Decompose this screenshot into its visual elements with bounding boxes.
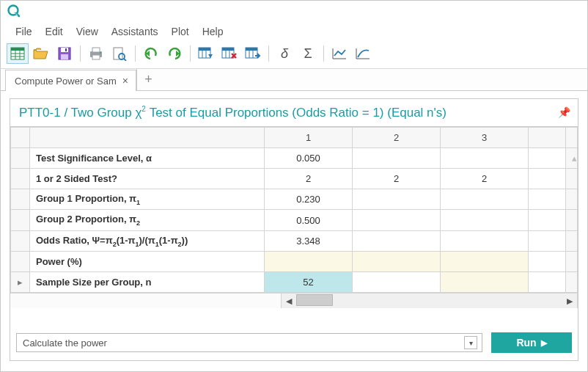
toolbar-separator (268, 45, 269, 62)
grid-cell[interactable]: 2 (353, 168, 441, 189)
section-frame: PTT0-1 / Two Group χ2 Test of Equal Prop… (10, 98, 578, 361)
row-indicator: ▸ (11, 272, 30, 293)
grid-cell[interactable] (441, 252, 529, 272)
menu-file[interactable]: File (10, 24, 38, 39)
grid-cell[interactable] (441, 230, 529, 252)
row-indicator (11, 168, 30, 189)
grid-cell[interactable] (353, 147, 441, 168)
table-row: 1 or 2 Sided Test?222 (11, 168, 578, 189)
menubar: File Edit View Assistants Plot Help (1, 21, 587, 40)
toolbar-separator (323, 45, 324, 62)
toolbar-redo-icon[interactable] (163, 43, 185, 64)
menu-plot[interactable]: Plot (166, 24, 195, 39)
row-label: Sample Size per Group, n (30, 272, 265, 293)
toolbar-sigma-icon[interactable]: Σ (297, 43, 319, 64)
svg-rect-8 (61, 48, 68, 52)
titlebar (1, 1, 587, 21)
toolbar-chart1-icon[interactable] (328, 43, 350, 64)
grid-cell[interactable] (353, 210, 441, 231)
toolbar-open-icon[interactable] (30, 43, 52, 64)
svg-rect-13 (92, 55, 100, 59)
close-icon[interactable]: × (122, 75, 128, 87)
chevron-down-icon[interactable]: ▾ (464, 336, 477, 349)
grid-cell[interactable] (353, 272, 441, 293)
grid-cell[interactable] (441, 189, 529, 210)
scroll-up-icon[interactable]: ▴ (566, 147, 578, 168)
menu-edit[interactable]: Edit (40, 24, 69, 39)
row-indicator (11, 252, 30, 272)
table-row: Odds Ratio, Ψ=π2(1-π1)/(π1(1-π2))3.348 (11, 230, 578, 252)
svg-rect-9 (61, 54, 68, 59)
toolbar-delta-icon[interactable]: δ (273, 43, 295, 64)
section-title: PTT0-1 / Two Group χ2 Test of Equal Prop… (19, 105, 446, 120)
toolbar-print-icon[interactable] (85, 43, 107, 64)
tab-compute-power[interactable]: Compute Power or Sam × (5, 70, 136, 91)
pin-icon[interactable]: 📌 (558, 106, 570, 118)
table-row: Test Significance Level, α0.050▴ (11, 147, 578, 168)
grid-cell[interactable] (441, 210, 529, 231)
row-label: Group 2 Proportion, π2 (30, 210, 265, 231)
row-label: Odds Ratio, Ψ=π2(1-π1)/(π1(1-π2)) (30, 230, 265, 252)
grid-cell[interactable] (353, 230, 441, 252)
toolbar-save-icon[interactable] (54, 43, 76, 64)
toolbar-table-go-icon[interactable] (242, 43, 264, 64)
toolbar-table-add-icon[interactable] (195, 43, 217, 64)
tab-add-button[interactable]: + (136, 69, 160, 90)
grid-cell[interactable] (441, 147, 529, 168)
row-indicator (11, 147, 30, 168)
table-row: ▸Sample Size per Group, n52 (11, 272, 578, 293)
menu-assistants[interactable]: Assistants (106, 24, 164, 39)
toolbar-undo-icon[interactable] (140, 43, 162, 64)
grid-cell[interactable] (265, 252, 353, 272)
grid-cell[interactable]: 2 (265, 168, 353, 189)
action-select[interactable]: Calculate the power ▾ (16, 333, 482, 352)
section-header: PTT0-1 / Two Group χ2 Test of Equal Prop… (10, 99, 578, 127)
toolbar-spreadsheet-icon[interactable] (7, 43, 29, 64)
grid-cell[interactable] (353, 252, 441, 272)
grid-cell[interactable] (353, 189, 441, 210)
action-select-label: Calculate the power (23, 338, 107, 349)
grid-cell[interactable]: 2 (441, 168, 529, 189)
svg-rect-19 (199, 48, 210, 51)
grid-cell[interactable]: 0.500 (265, 210, 353, 231)
svg-rect-29 (246, 48, 257, 51)
row-label: Group 1 Proportion, π1 (30, 189, 265, 210)
grid-cell[interactable]: 0.230 (265, 189, 353, 210)
svg-line-17 (124, 59, 126, 61)
scroll-left-icon[interactable]: ◀ (282, 293, 296, 308)
play-icon: ▶ (541, 338, 547, 348)
grid-cell[interactable]: 52 (265, 272, 353, 293)
col-header-2[interactable]: 2 (353, 127, 441, 147)
table-row: Group 2 Proportion, π20.500 (11, 210, 578, 231)
grid-cell[interactable]: 3.348 (265, 230, 353, 252)
menu-view[interactable]: View (70, 24, 104, 39)
toolbar-chart2-icon[interactable] (352, 43, 374, 64)
parameter-grid: 1 2 3 Test Significance Level, α0.050▴1 … (10, 127, 578, 325)
run-button[interactable]: Run ▶ (491, 332, 572, 353)
toolbar-separator (135, 45, 136, 62)
grid-header-row: 1 2 3 (11, 127, 578, 147)
toolbar-table-delete-icon[interactable] (218, 43, 240, 64)
row-label: Power (%) (30, 252, 265, 272)
row-indicator (11, 210, 30, 231)
col-header-1[interactable]: 1 (265, 127, 353, 147)
tabstrip: Compute Power or Sam × + (1, 69, 587, 91)
app-window: File Edit View Assistants Plot Help (0, 0, 588, 372)
toolbar: δ Σ (1, 40, 587, 69)
horizontal-scrollbar[interactable]: ◀ ▶ (10, 293, 578, 308)
menu-help[interactable]: Help (196, 24, 229, 39)
scroll-thumb[interactable] (296, 294, 333, 306)
grid-cell[interactable]: 0.050 (265, 147, 353, 168)
scroll-right-icon[interactable]: ▶ (562, 293, 577, 308)
col-header-3[interactable]: 3 (441, 127, 529, 147)
row-indicator (11, 230, 30, 252)
svg-rect-10 (65, 48, 67, 51)
toolbar-separator (190, 45, 191, 62)
toolbar-preview-icon[interactable] (109, 43, 131, 64)
table-row: Power (%) (11, 252, 578, 272)
svg-rect-23 (222, 48, 234, 51)
run-button-label: Run (516, 337, 536, 349)
svg-rect-2 (11, 48, 24, 51)
grid-cell[interactable] (441, 272, 529, 293)
svg-point-14 (100, 52, 101, 54)
